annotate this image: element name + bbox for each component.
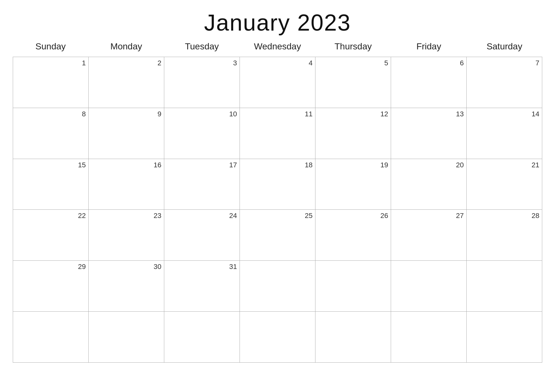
calendar-cell[interactable]: 26 [315, 210, 391, 261]
calendar-cell[interactable]: 23 [89, 210, 164, 261]
day-header-thursday: Thursday [315, 39, 391, 54]
calendar-cell[interactable]: 22 [13, 210, 89, 261]
cell-date: 19 [317, 161, 388, 169]
cell-date [392, 314, 464, 322]
cell-date: 9 [90, 110, 161, 118]
calendar-cell[interactable]: 16 [89, 159, 164, 210]
calendar-cell[interactable]: 27 [391, 210, 467, 261]
calendar-grid: 1234567891011121314151617181920212223242… [13, 57, 542, 363]
calendar-cell[interactable] [467, 312, 542, 363]
cell-date [317, 314, 388, 322]
cell-date: 8 [14, 110, 86, 118]
calendar-cell[interactable]: 10 [164, 108, 240, 159]
calendar-cell[interactable]: 24 [164, 210, 240, 261]
calendar-cell[interactable]: 2 [89, 57, 164, 108]
cell-date: 15 [14, 161, 86, 169]
cell-date: 24 [166, 212, 237, 220]
calendar-container: SundayMondayTuesdayWednesdayThursdayFrid… [13, 39, 542, 386]
cell-date: 18 [241, 161, 313, 169]
day-header-sunday: Sunday [13, 39, 88, 54]
calendar-cell[interactable]: 15 [13, 159, 89, 210]
calendar-cell[interactable]: 7 [467, 57, 542, 108]
calendar-cell[interactable] [391, 261, 467, 312]
calendar-cell[interactable]: 6 [391, 57, 467, 108]
calendar-cell[interactable]: 29 [13, 261, 89, 312]
cell-date: 27 [392, 212, 464, 220]
calendar-cell[interactable]: 11 [240, 108, 315, 159]
cell-date: 17 [166, 161, 237, 169]
cell-date [317, 263, 388, 271]
cell-date [90, 314, 161, 322]
cell-date: 3 [166, 59, 237, 67]
cell-date: 22 [14, 212, 86, 220]
calendar-cell[interactable]: 19 [315, 159, 391, 210]
calendar-cell[interactable]: 13 [391, 108, 467, 159]
cell-date: 14 [468, 110, 539, 118]
cell-date [166, 314, 237, 322]
calendar-cell[interactable]: 18 [240, 159, 315, 210]
day-header-monday: Monday [88, 39, 164, 54]
cell-date: 26 [317, 212, 388, 220]
cell-date: 12 [317, 110, 388, 118]
calendar-cell[interactable]: 14 [467, 108, 542, 159]
day-header-wednesday: Wednesday [240, 39, 315, 54]
day-header-friday: Friday [391, 39, 467, 54]
calendar-cell[interactable]: 12 [315, 108, 391, 159]
calendar-cell[interactable] [240, 312, 315, 363]
cell-date: 25 [241, 212, 313, 220]
calendar-cell[interactable]: 31 [164, 261, 240, 312]
cell-date: 31 [166, 263, 237, 271]
calendar-cell[interactable]: 9 [89, 108, 164, 159]
cell-date [468, 263, 539, 271]
calendar-cell[interactable]: 8 [13, 108, 89, 159]
calendar-cell[interactable]: 1 [13, 57, 89, 108]
day-header-saturday: Saturday [467, 39, 542, 54]
cell-date [468, 314, 539, 322]
calendar-cell[interactable]: 4 [240, 57, 315, 108]
cell-date: 28 [468, 212, 539, 220]
cell-date: 13 [392, 110, 464, 118]
day-header-tuesday: Tuesday [164, 39, 240, 54]
cell-date: 11 [241, 110, 313, 118]
cell-date: 29 [14, 263, 86, 271]
calendar-cell[interactable]: 25 [240, 210, 315, 261]
cell-date: 1 [14, 59, 86, 67]
calendar-cell[interactable] [315, 261, 391, 312]
calendar-cell[interactable] [164, 312, 240, 363]
calendar-cell[interactable] [240, 261, 315, 312]
cell-date: 20 [392, 161, 464, 169]
calendar-cell[interactable] [13, 312, 89, 363]
calendar-cell[interactable]: 17 [164, 159, 240, 210]
cell-date [241, 314, 313, 322]
cell-date: 16 [90, 161, 161, 169]
calendar-cell[interactable] [391, 312, 467, 363]
calendar-title: January 2023 [204, 10, 351, 36]
cell-date: 30 [90, 263, 161, 271]
day-headers: SundayMondayTuesdayWednesdayThursdayFrid… [13, 39, 542, 54]
cell-date: 2 [90, 59, 161, 67]
cell-date [241, 263, 313, 271]
cell-date: 10 [166, 110, 237, 118]
calendar-cell[interactable]: 30 [89, 261, 164, 312]
cell-date: 4 [241, 59, 313, 67]
cell-date: 21 [468, 161, 539, 169]
calendar-cell[interactable]: 3 [164, 57, 240, 108]
calendar-cell[interactable]: 28 [467, 210, 542, 261]
cell-date: 23 [90, 212, 161, 220]
cell-date: 5 [317, 59, 388, 67]
calendar-cell[interactable] [315, 312, 391, 363]
cell-date [14, 314, 86, 322]
cell-date: 6 [392, 59, 464, 67]
cell-date: 7 [468, 59, 539, 67]
cell-date [392, 263, 464, 271]
calendar-cell[interactable] [89, 312, 164, 363]
calendar-cell[interactable]: 5 [315, 57, 391, 108]
calendar-cell[interactable]: 21 [467, 159, 542, 210]
calendar-cell[interactable]: 20 [391, 159, 467, 210]
calendar-cell[interactable] [467, 261, 542, 312]
